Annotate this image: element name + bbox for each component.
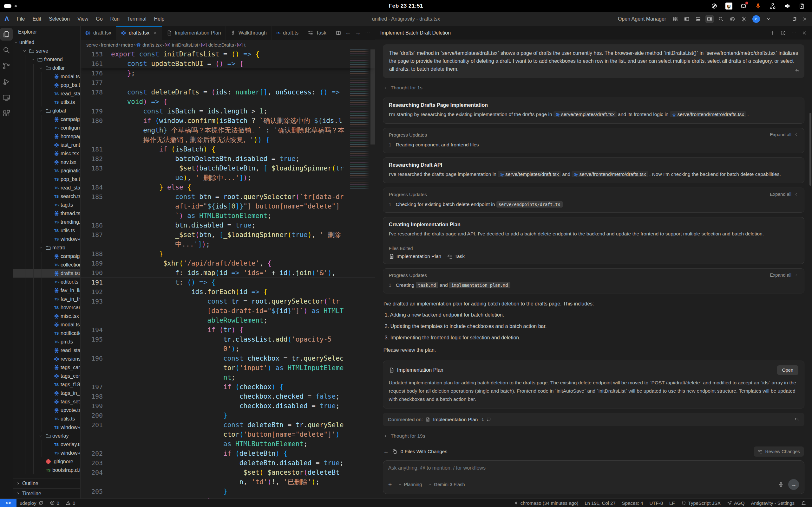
status-item-antigravity-settings[interactable]: Antigravity - Settings <box>748 499 798 507</box>
tree-item-read_status_track.ts[interactable]: TSread_status_track.ts <box>13 89 80 98</box>
tree-item-read_status_track.ts[interactable]: TSread_status_track.ts <box>13 183 80 192</box>
menu-terminal[interactable]: Terminal <box>124 15 149 23</box>
code-line-194[interactable]: 194 if (tr) { <box>81 325 375 335</box>
status-item-lf[interactable]: LF <box>666 499 678 507</box>
menu-edit[interactable]: Edit <box>29 15 44 23</box>
undo-icon[interactable] <box>794 417 799 422</box>
code-line-178[interactable]: 178 const deleteDrafts = (ids: number[],… <box>81 88 375 107</box>
close-icon[interactable] <box>802 31 807 36</box>
tree-item-pop_bs.ts[interactable]: TSpop_bs.ts <box>13 175 80 183</box>
history-icon[interactable] <box>780 30 786 36</box>
code-line-181[interactable]: 181 if (isBatch) { <box>81 145 375 154</box>
gear-icon[interactable] <box>740 15 748 23</box>
edited-file[interactable]: Implementation Plan <box>389 253 441 259</box>
tree-item-global[interactable]: global <box>13 107 80 115</box>
code-line-202[interactable]: 202 if (deleteBtn) { <box>81 449 375 458</box>
code-line-195[interactable]: 195 tr.classList.add('opacity-50'); <box>81 335 375 354</box>
workspace-pill[interactable] <box>4 4 11 8</box>
expand-all-button[interactable]: Expand all <box>770 132 798 137</box>
code-editor[interactable]: 153export const initDraftsList = () => {… <box>81 49 375 498</box>
tree-item-utils.ts[interactable]: TSutils.ts <box>13 226 80 235</box>
tree-item-tags_common.tsx[interactable]: tags_common.tsx <box>13 372 80 380</box>
menu-go[interactable]: Go <box>93 15 106 23</box>
breadcrumb-item[interactable]: [⊘]t <box>237 42 246 48</box>
chat-input[interactable]: Ask anything, @ to mention, / for workfl… <box>383 460 804 494</box>
code-line-199[interactable]: 199 checkbox.disabled = true; <box>81 401 375 411</box>
tree-item-iast_runtime.tsx[interactable]: iast_runtime.tsx <box>13 141 80 149</box>
discord-icon[interactable] <box>740 2 747 10</box>
undo-icon[interactable] <box>795 68 800 73</box>
code-line-153[interactable]: 153export const initDraftsList = () => { <box>81 49 375 59</box>
tree-item-pm.ts[interactable]: TSpm.ts <box>13 337 80 346</box>
tree-item-utils.ts[interactable]: TSutils.ts <box>13 98 80 107</box>
code-line-196[interactable]: 196 const checkbox = tr.querySelector('i… <box>81 354 375 382</box>
tree-item-campaign.tsx[interactable]: campaign.tsx <box>13 115 80 124</box>
breadcrumb-item[interactable]: drafts.tsx <box>136 42 162 48</box>
file-reference[interactable]: serve/templates/draft.tsx <box>554 111 617 117</box>
tree-item-modal.tsx[interactable]: modal.tsx <box>13 72 80 81</box>
tree-item-read_status_display.tsx[interactable]: read_status_display.tsx <box>13 346 80 354</box>
status-item-chromaso-34-minutes-ago-[interactable]: chromaso (34 minutes ago) <box>510 499 582 507</box>
terminal-icon[interactable]: ψ <box>725 2 733 10</box>
forward-arrow-icon[interactable]: → <box>355 30 361 37</box>
status-item-typescript-jsx[interactable]: TypeScript JSX <box>678 499 724 507</box>
open-agent-manager-button[interactable]: Open Agent Manager <box>618 16 666 22</box>
activity-source-control-icon[interactable] <box>0 60 13 72</box>
tree-item-trending.ts[interactable]: TStrending.ts <box>13 218 80 226</box>
code-line-183[interactable]: 183 _$set(batchDeleteBtn, [_$loadingSpin… <box>81 164 375 182</box>
commented-on-row[interactable]: Commented on:Implementation Plan·1 <box>383 413 804 426</box>
code-line-176[interactable]: 176 }; <box>81 68 375 78</box>
file-reference[interactable]: serve/templates/draft.tsx <box>498 171 561 177</box>
tree-item-window-export.ts[interactable]: TSwindow-export.ts <box>13 449 80 457</box>
tree-item-hovercard.ts[interactable]: TShovercard.ts <box>13 303 80 312</box>
restore-icon[interactable] <box>791 15 799 23</box>
activity-remote-explorer-icon[interactable] <box>0 91 13 104</box>
code-line-187[interactable]: 187 _$set(btn, [_$loadingSpinner(true), … <box>81 230 375 249</box>
tree-item-thread.tsx[interactable]: thread.tsx <box>13 209 80 218</box>
tab-drafts-tsx[interactable]: drafts.tsx <box>116 26 162 40</box>
menu-selection[interactable]: Selection <box>46 15 73 23</box>
timeline-section[interactable]: Timeline <box>13 488 80 498</box>
explorer-more-icon[interactable]: ··· <box>68 29 75 35</box>
volume-icon[interactable] <box>783 2 791 10</box>
minimize-icon[interactable] <box>780 15 789 23</box>
status-item-udeploy[interactable]: udeploy <box>16 499 47 507</box>
code-line-191[interactable]: 191 t: () => { <box>81 278 375 287</box>
steam-icon[interactable] <box>711 2 718 10</box>
tree-item-window-export.ts[interactable]: TSwindow-export.ts <box>13 423 80 432</box>
code-line-197[interactable]: 197 if (checkbox) { <box>81 382 375 392</box>
menu-view[interactable]: View <box>74 15 91 23</box>
attach-button[interactable]: + <box>388 481 392 488</box>
tree-item-bootstrap.d.ts[interactable]: TSbootstrap.d.ts <box>13 466 80 474</box>
activity-run-debug-icon[interactable] <box>0 75 13 88</box>
menu-help[interactable]: Help <box>151 15 167 23</box>
status-item-bell-icon[interactable] <box>798 499 809 507</box>
tree-item-tag.ts[interactable]: TStag.ts <box>13 201 80 209</box>
tab-task[interactable]: Task <box>303 26 331 40</box>
status-item-agq[interactable]: AGQ <box>724 499 748 507</box>
menu-file[interactable]: File <box>14 15 28 23</box>
activity-extensions-icon[interactable] <box>0 107 13 120</box>
tree-item-tags_campaign.tsx[interactable]: tags_campaign.tsx <box>13 363 80 372</box>
tree-item-search.ts[interactable]: TSsearch.ts <box>13 192 80 201</box>
code-line-179[interactable]: 179 const isBatch = ids.length > 1; <box>81 107 375 116</box>
close-tab-icon[interactable] <box>153 31 157 36</box>
breadcrumb-item[interactable]: frontend <box>101 42 118 48</box>
microphone-icon[interactable] <box>754 2 762 10</box>
code-line-190[interactable]: 190 f: ids.map(id => 'ids=' + id).join('… <box>81 268 375 278</box>
code-line-189[interactable]: 189 _$xhr('/api/draft/delete', { <box>81 259 375 268</box>
back-arrow-icon[interactable]: ← <box>384 448 389 455</box>
breadcrumb-item[interactable]: [⊘]deleteDrafts <box>201 42 234 48</box>
tree-item-frontend[interactable]: frontend <box>13 55 80 64</box>
layout-bottom-icon[interactable] <box>694 15 702 23</box>
status-item-0[interactable]: 0 <box>47 499 62 507</box>
avatar[interactable]: c <box>752 15 760 23</box>
tab-draft-tsx[interactable]: draft.tsx <box>81 26 116 40</box>
expand-all-button[interactable]: Expand all <box>770 192 798 197</box>
chevron-down-icon[interactable] <box>764 15 773 23</box>
minimap[interactable] <box>350 49 370 189</box>
menu-run[interactable]: Run <box>107 15 123 23</box>
more-icon[interactable] <box>791 30 797 36</box>
breadcrumb-item[interactable]: metro <box>121 42 133 48</box>
file-reference[interactable]: serve/frontend/metro/drafts.tsx <box>571 171 648 177</box>
